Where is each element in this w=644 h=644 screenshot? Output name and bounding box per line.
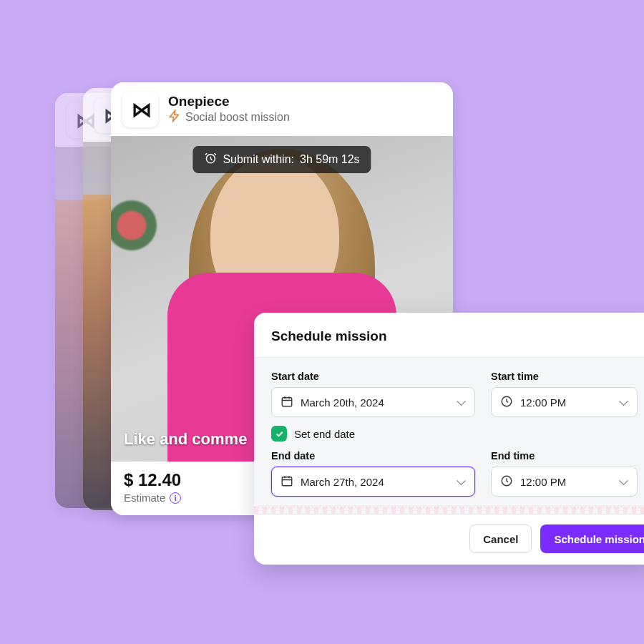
- end-date-input[interactable]: March 27th, 2024: [271, 467, 475, 497]
- brand-logo: ⋈: [122, 92, 158, 127]
- modal-scroll-hint: [254, 507, 644, 514]
- end-time-value: 12:00 PM: [520, 476, 566, 488]
- clock-icon: [500, 395, 513, 410]
- countdown-badge: Submit within: 3h 59m 12s: [192, 146, 371, 173]
- estimate-label: Estimate: [124, 492, 165, 504]
- countdown-value: 3h 59m 12s: [300, 153, 360, 166]
- brand-logo-glyph: ⋈: [132, 98, 149, 122]
- start-time-label: Start time: [491, 371, 638, 382]
- mission-type: Social boost mission: [185, 111, 290, 124]
- clock-icon: [500, 474, 513, 489]
- set-end-date-checkbox[interactable]: [271, 426, 287, 441]
- end-time-input[interactable]: 12:00 PM: [491, 467, 638, 497]
- bolt-icon: [168, 109, 181, 125]
- brand-name: Onepiece: [168, 94, 290, 109]
- end-date-value: March 27th, 2024: [301, 476, 384, 488]
- cancel-button[interactable]: Cancel: [469, 525, 532, 553]
- svg-rect-1: [282, 397, 292, 406]
- set-end-date-label: Set end date: [294, 428, 355, 440]
- info-icon[interactable]: i: [170, 492, 181, 504]
- start-time-input[interactable]: 12:00 PM: [491, 387, 638, 417]
- end-time-label: End time: [491, 450, 638, 462]
- end-date-label: End date: [271, 450, 475, 462]
- start-date-value: March 20th, 2024: [301, 396, 384, 409]
- start-date-input[interactable]: March 20th, 2024: [271, 387, 475, 417]
- schedule-mission-button[interactable]: Schedule mission: [540, 525, 644, 553]
- schedule-mission-modal: Schedule mission Start date March 20th, …: [254, 313, 644, 565]
- calendar-icon: [280, 474, 293, 489]
- modal-title: Schedule mission: [254, 313, 644, 357]
- mission-card-header: ⋈ Onepiece Social boost mission: [111, 82, 453, 136]
- svg-rect-3: [282, 477, 292, 485]
- start-date-label: Start date: [271, 371, 475, 382]
- alarm-clock-icon: [204, 152, 217, 167]
- countdown-label: Submit within:: [223, 153, 294, 166]
- start-time-value: 12:00 PM: [520, 396, 566, 409]
- calendar-icon: [280, 395, 293, 410]
